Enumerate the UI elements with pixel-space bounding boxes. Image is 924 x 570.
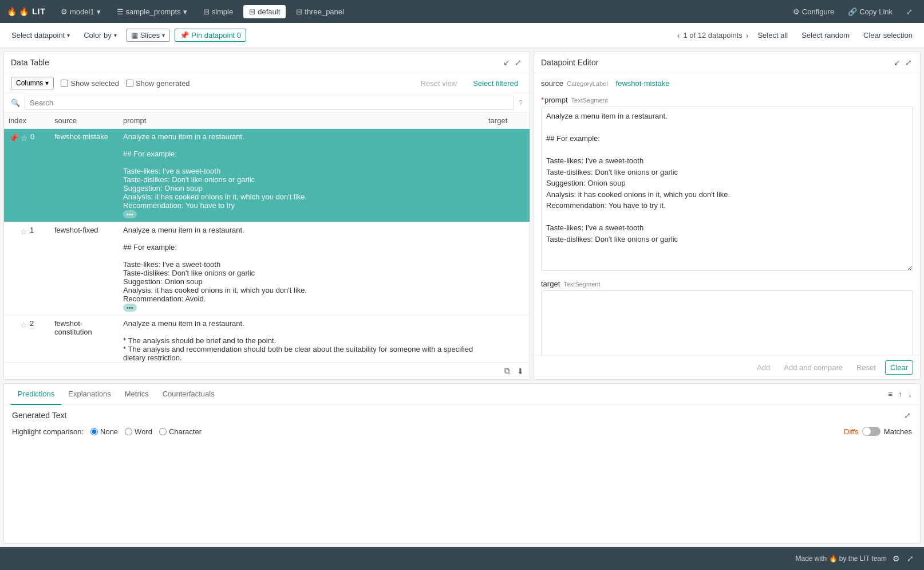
add-compare-button[interactable]: Add and compare [779,361,847,374]
link-icon: 🔗 [848,7,857,16]
diffs-label: Diffs [844,427,859,436]
reset-view-button[interactable]: Reset view [416,77,462,89]
panels-row: Data Table ↙ ⤢ Columns ▾ Show selected S… [0,48,924,383]
flame-icon: 🔥 [7,7,17,16]
source-field-name: source [541,79,563,88]
expand-button[interactable]: ⤢ [902,5,917,18]
model-tab[interactable]: ⚙ model1 ▾ [55,5,106,18]
target-field-name: target [541,280,560,288]
search-row: 🔍 ? [4,93,530,113]
footer-expand-icon[interactable]: ⤢ [906,553,915,564]
show-selected-checkbox[interactable] [61,80,68,87]
table-row[interactable]: ☆ 1 fewshot-fixedAnalyze a menu item in … [4,222,530,316]
add-button[interactable]: Add [752,361,775,374]
cell-prompt-1: Analyze a menu item in a restaurant. ## … [119,222,484,316]
target-textarea[interactable] [541,290,913,355]
top-nav: 🔥 🔥 LIT ⚙ model1 ▾ ☰ sample_prompts ▾ ⊟ … [0,0,924,23]
toolbar: Select datapoint ▾ Color by ▾ ▦ Slices ▾… [0,23,924,48]
dataset-tab[interactable]: ☰ sample_prompts ▾ [111,5,193,18]
chevron-down-icon: ▾ [97,7,101,16]
cell-target-2 [484,316,530,363]
configure-button[interactable]: ⚙ Configure [788,5,839,18]
target-field: target TextSegment [541,280,913,355]
prompt-field: prompt TextSegment Analyze a menu item i… [541,96,913,273]
row-index: 1 [30,226,34,234]
expand-button[interactable]: ⤢ [514,57,523,68]
tab-predictions[interactable]: Predictions [11,384,61,405]
table-controls: Columns ▾ Show selected Show generated R… [4,73,530,93]
simple-tab[interactable]: ⊟ simple [198,5,239,18]
table-scroll: index source prompt target [4,113,530,362]
cell-prompt-0: Analyze a menu item in a restaurant. ## … [119,129,484,222]
highlight-character-radio[interactable] [159,428,167,435]
highlight-character-label[interactable]: Character [159,427,202,436]
select-random-button[interactable]: Select random [797,29,854,42]
minimize-editor-button[interactable]: ↙ [893,57,902,68]
source-field-value: fewshot-mistake [616,78,670,89]
default-tab[interactable]: ⊟ default [243,5,286,18]
cell-prompt-2: Analyze a menu item in a restaurant. * T… [119,316,484,363]
tab-metrics[interactable]: Metrics [118,384,156,405]
chevron-down-icon: ▾ [162,32,165,38]
star-icon: ☆ [20,320,27,329]
show-selected-label[interactable]: Show selected [61,79,119,88]
pin-datapoint-button[interactable]: 📌 Pin datapoint 0 [175,29,246,42]
prev-page-button[interactable]: ‹ [677,31,680,40]
highlight-none-label[interactable]: None [90,427,118,436]
gear-icon: ⚙ [793,7,800,16]
diffs-toggle-track[interactable] [862,427,880,436]
filter-icon[interactable]: ≡ [887,388,894,400]
help-icon: ? [519,99,523,107]
highlight-word-radio[interactable] [125,428,132,435]
truncate-dots: ••• [123,304,137,312]
clear-selection-button[interactable]: Clear selection [859,29,917,42]
tab-counterfactuals[interactable]: Counterfactuals [156,384,222,405]
source-field: source CategoryLabel fewshot-mistake [541,78,913,89]
select-all-button[interactable]: Select all [753,29,792,42]
editor-footer: Add Add and compare Reset Clear [534,355,920,379]
table-row[interactable]: ☆ 2 fewshot-constitutionAnalyze a menu i… [4,316,530,363]
select-filtered-button[interactable]: Select filtered [468,77,523,89]
copy-link-button[interactable]: 🔗 Copy Link [843,5,897,18]
search-input[interactable] [25,96,514,110]
show-generated-label[interactable]: Show generated [126,79,190,88]
cell-source-2: fewshot-constitution [50,316,119,363]
truncate-dots: ••• [123,210,137,218]
expand-generated-text-button[interactable]: ⤢ [903,410,912,421]
footer: Made with 🔥 by the LIT team ⚙ ⤢ [0,547,924,570]
layout-icon: ⊟ [249,7,255,16]
diffs-toggle: Diffs Matches [844,427,912,436]
highlight-none-radio[interactable] [90,428,98,435]
next-page-button[interactable]: › [746,31,749,40]
data-table: index source prompt target [4,113,530,362]
download-table-button[interactable]: ⬇ [516,365,525,377]
pin-icon: 📌 [9,133,18,143]
cell-index-1: ☆ 1 [4,222,50,316]
chevron-down-icon: ▾ [183,7,187,16]
tab-explanations[interactable]: Explanations [61,384,117,405]
cell-source-0: fewshot-mistake [50,129,119,222]
show-generated-checkbox[interactable] [126,80,133,87]
slices-button[interactable]: ▦ Slices ▾ [126,29,171,42]
copy-table-button[interactable]: ⧉ [503,365,511,377]
highlight-word-label[interactable]: Word [125,427,152,436]
minimize-button[interactable]: ↙ [502,57,511,68]
col-header-index: index [4,113,50,129]
sort-up-icon[interactable]: ↑ [897,388,903,400]
table-row[interactable]: 📌 ☆ 0 fewshot-mistakeAnalyze a menu item… [4,129,530,222]
star-icon: ☆ [21,133,28,143]
columns-button[interactable]: Columns ▾ [11,77,54,89]
prompt-textarea[interactable]: Analyze a menu item in a restaurant. ## … [541,107,913,271]
footer-settings-icon[interactable]: ⚙ [891,553,901,564]
expand-editor-button[interactable]: ⤢ [904,57,913,68]
datapoint-editor-panel: Datapoint Editor ↙ ⤢ source CategoryLabe… [534,52,921,380]
sort-down-icon[interactable]: ↓ [907,388,913,400]
reset-button[interactable]: Reset [852,361,880,374]
select-datapoint-button[interactable]: Select datapoint ▾ [7,29,74,42]
color-by-button[interactable]: Color by ▾ [79,29,121,42]
editor-body: source CategoryLabel fewshot-mistake pro… [534,73,920,355]
expand-icon: ⤢ [906,7,913,16]
three-panel-tab[interactable]: ⊟ three_panel [290,5,350,18]
clear-button[interactable]: Clear [885,360,913,375]
chevron-down-icon: ▾ [114,32,117,38]
